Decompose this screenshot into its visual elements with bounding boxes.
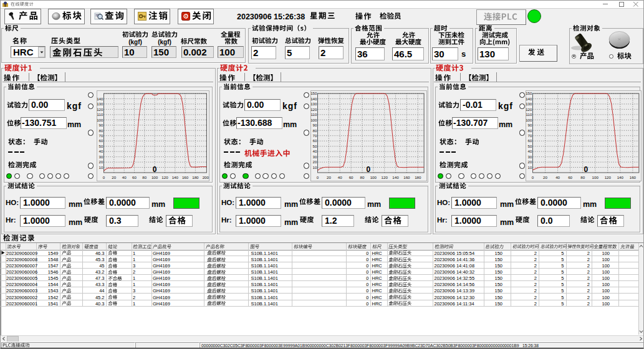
svg-text:50: 50 bbox=[99, 144, 103, 148]
svg-text:120: 120 bbox=[605, 175, 612, 179]
svg-text:40: 40 bbox=[122, 175, 127, 179]
svg-text:110: 110 bbox=[97, 112, 103, 117]
svg-text:130: 130 bbox=[526, 102, 532, 106]
svg-text:60: 60 bbox=[349, 175, 353, 179]
svg-text:130: 130 bbox=[310, 102, 317, 106]
svg-text:140: 140 bbox=[172, 175, 179, 179]
svg-text:40: 40 bbox=[528, 149, 532, 153]
svg-text:60: 60 bbox=[568, 175, 572, 179]
svg-text:0: 0 bbox=[367, 165, 371, 174]
svg-text:90: 90 bbox=[313, 123, 317, 127]
svg-text:200: 200 bbox=[203, 175, 209, 179]
svg-text:60: 60 bbox=[132, 175, 137, 179]
svg-text:100: 100 bbox=[151, 175, 158, 179]
svg-text:50: 50 bbox=[313, 144, 317, 148]
svg-text:40: 40 bbox=[313, 149, 317, 153]
svg-text:100: 100 bbox=[97, 118, 103, 122]
svg-text:100: 100 bbox=[526, 118, 532, 122]
svg-text:130: 130 bbox=[97, 102, 103, 106]
svg-text:140: 140 bbox=[393, 175, 400, 179]
svg-text:80: 80 bbox=[142, 175, 147, 179]
svg-text:70: 70 bbox=[313, 133, 317, 138]
svg-text:0: 0 bbox=[317, 175, 319, 179]
svg-text:30: 30 bbox=[528, 155, 532, 159]
svg-text:140: 140 bbox=[526, 97, 532, 101]
svg-text:160: 160 bbox=[182, 175, 189, 179]
svg-text:120: 120 bbox=[310, 107, 317, 112]
svg-text:10: 10 bbox=[528, 165, 532, 170]
svg-text:100: 100 bbox=[592, 175, 599, 179]
svg-text:90: 90 bbox=[99, 123, 103, 127]
svg-text:120: 120 bbox=[161, 175, 168, 179]
svg-text:60: 60 bbox=[99, 138, 103, 143]
svg-text:110: 110 bbox=[311, 112, 317, 117]
svg-text:30: 30 bbox=[99, 155, 103, 159]
svg-text:80: 80 bbox=[580, 175, 585, 179]
svg-text:80: 80 bbox=[360, 175, 365, 179]
svg-text:70: 70 bbox=[99, 133, 103, 138]
svg-text:120: 120 bbox=[526, 107, 532, 112]
svg-text:20: 20 bbox=[327, 175, 331, 179]
svg-text:20: 20 bbox=[313, 160, 317, 164]
svg-text:40: 40 bbox=[555, 175, 560, 179]
svg-text:60: 60 bbox=[313, 138, 317, 143]
svg-text:40: 40 bbox=[338, 175, 342, 179]
svg-text:120: 120 bbox=[382, 175, 388, 179]
svg-text:20: 20 bbox=[99, 160, 103, 164]
svg-text:20: 20 bbox=[528, 160, 532, 164]
svg-text:110: 110 bbox=[526, 112, 532, 117]
svg-text:120: 120 bbox=[97, 107, 103, 112]
svg-text:100: 100 bbox=[370, 175, 377, 179]
svg-text:0: 0 bbox=[103, 175, 105, 179]
svg-text:80: 80 bbox=[528, 128, 532, 133]
svg-text:50: 50 bbox=[528, 144, 532, 148]
svg-text:0: 0 bbox=[532, 175, 534, 179]
svg-text:70: 70 bbox=[528, 133, 532, 138]
svg-text:180: 180 bbox=[192, 175, 199, 179]
svg-text:160: 160 bbox=[630, 175, 637, 179]
svg-text:90: 90 bbox=[528, 123, 532, 127]
svg-text:140: 140 bbox=[310, 97, 317, 101]
svg-text:0: 0 bbox=[584, 165, 589, 174]
svg-text:40: 40 bbox=[99, 149, 103, 153]
svg-text:10: 10 bbox=[99, 165, 103, 170]
svg-text:140: 140 bbox=[97, 97, 103, 101]
svg-text:60: 60 bbox=[528, 138, 532, 143]
svg-text:20: 20 bbox=[112, 175, 116, 179]
svg-text:30: 30 bbox=[313, 155, 317, 159]
svg-text:180: 180 bbox=[415, 175, 421, 179]
svg-text:80: 80 bbox=[99, 128, 103, 133]
svg-text:150: 150 bbox=[310, 91, 317, 95]
svg-text:0: 0 bbox=[153, 165, 157, 174]
svg-text:10: 10 bbox=[313, 165, 317, 170]
svg-text:150: 150 bbox=[526, 91, 532, 95]
svg-text:140: 140 bbox=[617, 175, 624, 179]
svg-text:160: 160 bbox=[403, 175, 410, 179]
svg-text:100: 100 bbox=[310, 118, 317, 122]
svg-text:20: 20 bbox=[543, 175, 547, 179]
svg-text:80: 80 bbox=[313, 128, 317, 133]
